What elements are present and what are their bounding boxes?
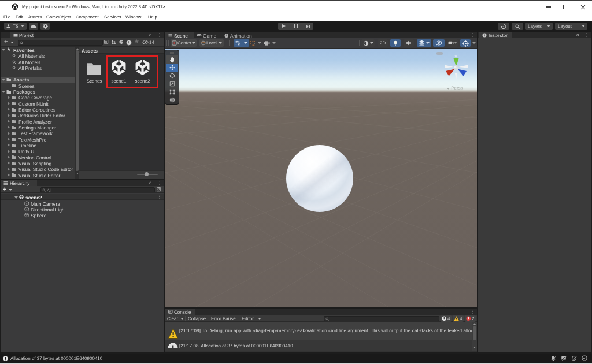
svg-text:y: y [455, 54, 457, 59]
